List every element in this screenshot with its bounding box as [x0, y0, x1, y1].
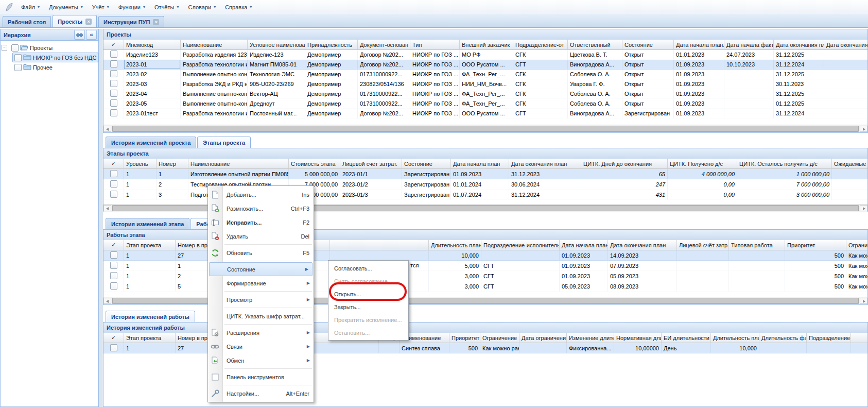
cell[interactable]: Соболева О. А. — [568, 89, 622, 99]
menu-item[interactable]: Размножить...Ctrl+F3 — [208, 201, 314, 215]
cell[interactable]: 500 — [785, 281, 846, 292]
cell[interactable]: 2023-01/3 — [340, 190, 402, 200]
cell[interactable] — [807, 343, 851, 353]
menu-item[interactable]: Состояние▶ — [209, 262, 313, 276]
cell[interactable]: 31.12.2024 — [774, 60, 824, 70]
cell[interactable]: Как можно ран... — [846, 281, 867, 292]
column-header[interactable]: Внешний заказчик — [460, 40, 513, 50]
cell[interactable]: 1 — [124, 179, 157, 190]
scroll-right-icon[interactable] — [860, 126, 867, 132]
cell[interactable]: 2023-01 — [124, 60, 181, 70]
row-checkbox[interactable] — [110, 251, 117, 259]
column-header[interactable]: Дата окончания план — [509, 159, 581, 169]
row-checkbox[interactable] — [110, 109, 117, 116]
column-header[interactable]: Подразделение-исполнитель.. — [481, 240, 560, 250]
cell[interactable] — [824, 70, 867, 79]
cell[interactable]: НИОКР по ГОЗ ... — [410, 109, 460, 118]
cell[interactable] — [824, 109, 867, 118]
row-checkbox[interactable] — [110, 272, 117, 279]
cell[interactable]: 2023-01/1 — [340, 169, 402, 179]
cell[interactable]: Разработка технологии и... — [181, 109, 248, 118]
cell[interactable]: 017310000922... — [358, 89, 410, 99]
row-checkbox[interactable] — [110, 344, 117, 351]
menubar-item[interactable]: Файл▾ — [16, 2, 44, 12]
column-header[interactable]: Состояние — [402, 159, 451, 169]
cell[interactable]: 3 — [157, 190, 188, 200]
close-icon[interactable]: × — [85, 19, 92, 25]
cell[interactable] — [724, 89, 774, 99]
cell[interactable]: НИОКР по ГОЗ ... — [410, 89, 460, 99]
cell[interactable]: 08.09.2023 — [608, 281, 677, 292]
menubar-item[interactable]: Документы▾ — [44, 2, 88, 12]
cell[interactable]: Виноградова А... — [568, 60, 622, 70]
cell[interactable]: Выполнение опытно-конс... — [181, 99, 248, 109]
cell[interactable]: НИОКР по ГОЗ ... — [410, 79, 460, 89]
cell[interactable]: НИОКР по ГОЗ ... — [410, 70, 460, 79]
cell[interactable]: День — [662, 343, 711, 353]
column-header[interactable]: Приоритет — [449, 333, 480, 343]
cell[interactable] — [481, 250, 560, 261]
row-checkbox[interactable] — [110, 70, 117, 77]
table-row[interactable]: 2023-02Выполнение опытно-конс...Технолог… — [103, 70, 867, 79]
cell[interactable]: 2023-04 — [124, 89, 181, 99]
cell[interactable]: ООО Русатом ... — [460, 109, 513, 118]
column-header[interactable] — [851, 333, 867, 343]
cell[interactable]: 30.11.2023 — [774, 79, 824, 89]
cell[interactable]: 01.09.2023 — [674, 60, 724, 70]
menu-item[interactable]: Формирование▶ — [208, 276, 314, 290]
cell[interactable] — [379, 343, 400, 353]
table-row[interactable]: 2023-03Разработка ЭКД и РКД н...905-U020… — [103, 79, 867, 89]
cell[interactable]: 01.01.2023 — [674, 50, 724, 60]
row-checkbox[interactable] — [110, 99, 117, 107]
cell[interactable]: 01.09.2023 — [560, 261, 608, 271]
cell[interactable] — [759, 343, 807, 353]
table-row[interactable]: 2023-05Выполнение опытно-конс...Дредноут… — [103, 99, 867, 109]
menu-item[interactable]: Расширения▶ — [208, 326, 314, 340]
column-header[interactable]: Условное наименова — [248, 40, 305, 50]
row-checkbox[interactable] — [110, 80, 117, 87]
column-header[interactable]: Ответственный — [568, 40, 622, 50]
cell[interactable]: СГТ — [481, 271, 560, 281]
cell[interactable]: 01.09.2023 — [674, 109, 724, 118]
menu-item[interactable]: Связи▶ — [208, 340, 314, 353]
cell[interactable]: Договор №202... — [358, 60, 410, 70]
column-header-check[interactable]: ✓ — [103, 40, 124, 50]
cell[interactable] — [824, 50, 867, 60]
cell[interactable]: ФА_Техн_Рег_... — [460, 89, 513, 99]
history-tab[interactable]: История изменений работы — [106, 311, 195, 322]
row-checkbox[interactable] — [110, 60, 117, 67]
cell[interactable]: Виноградова А... — [568, 109, 622, 118]
row-checkbox[interactable] — [110, 170, 117, 177]
cell[interactable]: Договор №202... — [358, 109, 410, 118]
cell[interactable]: Как можно ран... — [480, 343, 519, 353]
column-header[interactable]: ЕИ длительности — [662, 333, 711, 343]
cell[interactable]: СГК — [513, 79, 568, 89]
stages-tab[interactable]: Этапы проекта — [197, 137, 251, 148]
cell[interactable]: 3,000 — [429, 271, 481, 281]
row-checkbox[interactable] — [110, 262, 117, 269]
column-header[interactable]: Дата начала факт. — [724, 40, 774, 50]
cell[interactable]: СГТ — [513, 60, 568, 70]
cell[interactable]: Магнит ПМ085-01 — [248, 60, 305, 70]
column-header[interactable]: Ограничение — [480, 333, 519, 343]
cell[interactable] — [824, 99, 867, 109]
cell[interactable] — [677, 250, 729, 261]
cell[interactable]: 2023-05 — [124, 99, 181, 109]
scroll-left-icon[interactable] — [103, 126, 111, 132]
cell[interactable]: 01.01.2024 — [451, 179, 509, 190]
cell[interactable]: 31.12.2024 — [774, 109, 824, 118]
column-header[interactable]: ЦИТК. Получено д/с — [668, 159, 737, 169]
scroll-thumb[interactable] — [112, 126, 859, 132]
cell[interactable]: Демопример — [305, 50, 358, 60]
cell[interactable]: 05.09.2023 — [560, 281, 608, 292]
submenu-item[interactable]: Согласовать... — [328, 262, 408, 275]
scroll-left-icon[interactable] — [103, 205, 111, 211]
cell[interactable]: Зарегистрирован — [402, 190, 451, 200]
tree-checkbox[interactable] — [11, 44, 19, 52]
column-header[interactable]: Дата начала план. — [674, 40, 724, 50]
cell[interactable] — [832, 190, 867, 200]
cell[interactable] — [729, 250, 785, 261]
cell[interactable]: 1 — [124, 271, 176, 281]
tree-expander-icon[interactable]: − — [2, 45, 7, 50]
column-header[interactable]: ЦИТК. Дней до окончания — [581, 159, 668, 169]
